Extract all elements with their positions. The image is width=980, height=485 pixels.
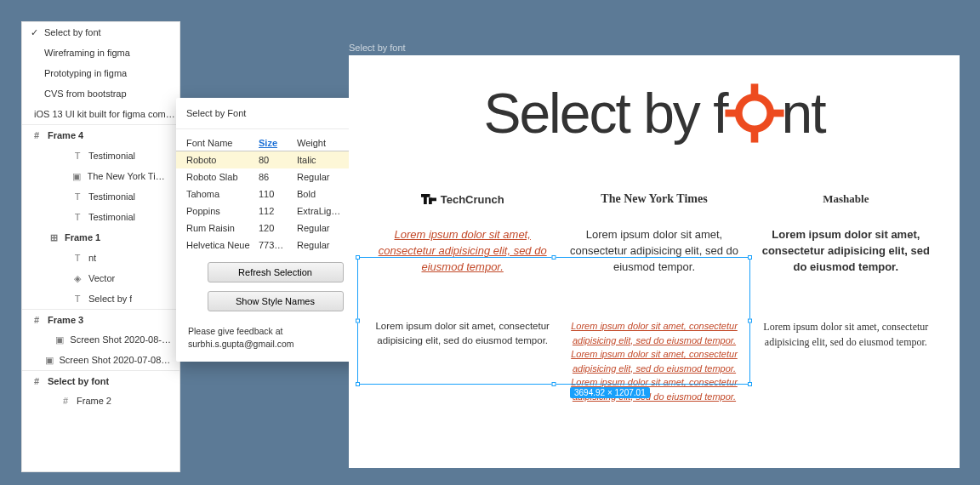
page-item[interactable]: Wireframing in figma [22, 43, 179, 63]
col-weight[interactable]: Weight [297, 138, 348, 148]
layer-row[interactable]: ▣Screen Shot 2020-08-09 at 4 [22, 329, 179, 350]
techcrunch-icon [421, 194, 436, 204]
svg-rect-8 [429, 198, 432, 205]
show-style-names-button[interactable]: Show Style Names [208, 291, 344, 311]
svg-point-0 [738, 97, 770, 128]
col-font-name[interactable]: Font Name [186, 138, 259, 148]
layer-row[interactable]: ⊞Frame 1 [22, 227, 179, 248]
svg-rect-6 [424, 194, 427, 204]
layer-row[interactable]: TTestimonial [22, 186, 179, 207]
col-size[interactable]: Size [259, 138, 297, 148]
hero-headline: Select by f nt [373, 81, 936, 146]
layer-row[interactable]: TSelect by f [22, 288, 179, 309]
layer-row[interactable]: ▣The New York Times [22, 166, 179, 186]
selection-box[interactable] [357, 257, 750, 385]
feedback-email[interactable]: surbhi.s.gupta@gmail.com [188, 339, 293, 349]
svg-rect-3 [725, 110, 738, 117]
font-row[interactable]: Poppins112ExtraLig… [176, 203, 374, 220]
refresh-selection-button[interactable]: Refresh Selection [208, 262, 344, 282]
svg-rect-1 [750, 83, 758, 97]
font-row[interactable]: Roboto80Italic [176, 151, 374, 168]
layers-panel: ✓Select by fontWireframing in figmaProto… [21, 21, 180, 472]
headline-pre: Select by f [483, 81, 726, 146]
page-item[interactable]: iOS 13 UI kit built for figma com… [22, 104, 179, 124]
layer-row[interactable]: TTestimonial [22, 146, 179, 166]
font-row[interactable]: Tahoma110Bold [176, 185, 374, 203]
layer-row[interactable]: ◈Vector [22, 268, 179, 288]
canvas: Select by font Select by f nt [349, 43, 960, 468]
font-row[interactable]: Rum Raisin120Regular [176, 220, 374, 237]
page-item[interactable]: Prototyping in figma [22, 63, 179, 83]
brand-mashable: Mashable [756, 190, 936, 208]
layer-row[interactable]: #Frame 3 [22, 309, 179, 329]
lede-bold-3[interactable]: Lorem ipsum dolor sit amet, consectetur … [756, 227, 936, 294]
feedback-intro: Please give feedback at [188, 326, 283, 336]
layer-row[interactable]: ▣Screen Shot 2020-07-08 at 10.32 [22, 350, 179, 370]
column-mashable: Mashable Lorem ipsum dolor sit amet, con… [756, 190, 936, 403]
selection-dimensions: 3694.92 × 1207.01 [570, 387, 650, 398]
layer-row[interactable]: #Frame 4 [22, 125, 179, 146]
target-icon [724, 83, 785, 144]
page-item[interactable]: CVS from bootstrap [22, 83, 179, 104]
design-frame[interactable]: Select by f nt [349, 55, 960, 468]
brand-techcrunch: TechCrunch [373, 190, 552, 208]
brand-nyt: The New York Times [564, 190, 744, 208]
select-by-font-plugin: Select by Font × Font Name Size Weight R… [176, 98, 374, 362]
headline-post: nt [782, 81, 825, 146]
layer-row[interactable]: #Select by font [22, 370, 179, 391]
plugin-title: Select by Font [186, 108, 246, 118]
layer-row[interactable]: #Frame 2 [22, 391, 179, 411]
layer-row[interactable]: TTestimonial [22, 207, 179, 227]
page-item[interactable]: ✓Select by font [22, 22, 179, 43]
body-3[interactable]: Lorem ipsum dolor sit amet, consectetur … [756, 319, 936, 370]
frame-label[interactable]: Select by font [349, 43, 960, 53]
layer-row[interactable]: Tnt [22, 248, 179, 268]
font-row[interactable]: Helvetica Neue773…Regular [176, 237, 374, 254]
svg-rect-2 [750, 129, 758, 143]
font-row[interactable]: Roboto Slab86Regular [176, 168, 374, 185]
